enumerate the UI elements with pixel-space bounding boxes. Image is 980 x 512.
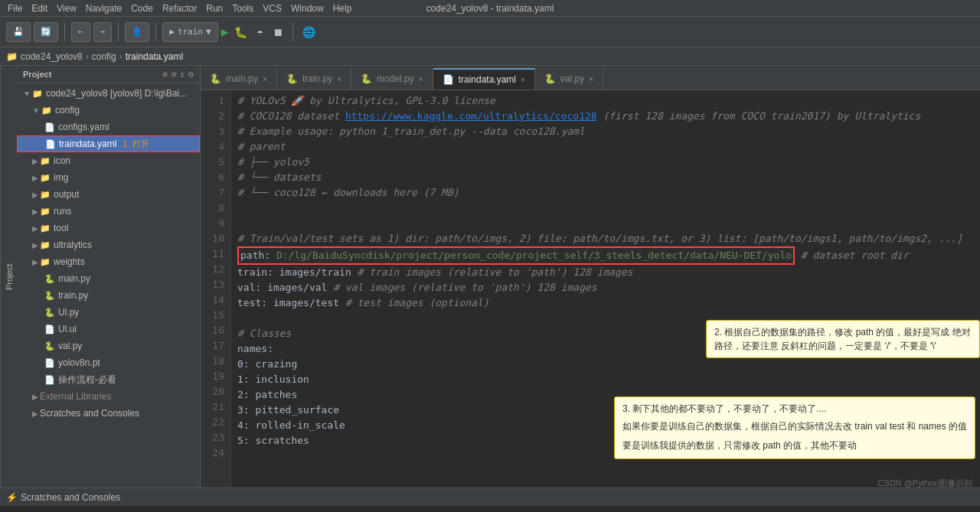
tab-traindata-yaml-close[interactable]: × <box>521 76 525 84</box>
tree-external-libraries[interactable]: ▶ External Libraries <box>17 388 200 405</box>
menu-file[interactable]: File <box>3 3 27 14</box>
tab-model-py-label: model.py <box>377 73 414 84</box>
menu-refactor[interactable]: Refactor <box>158 3 201 14</box>
tree-icon-folder[interactable]: ▶ 📁 icon <box>17 152 200 169</box>
menu-view[interactable]: View <box>52 3 81 14</box>
tree-traindata-yaml[interactable]: 📄 traindata.yaml 1. 打开 <box>17 135 200 152</box>
tab-train-py[interactable]: 🐍 train.py × <box>277 68 351 90</box>
weights-folder-icon: 📁 <box>40 257 51 267</box>
tab-model-py[interactable]: 🐍 model.py × <box>351 68 433 90</box>
runs-arrow: ▶ <box>32 207 38 216</box>
ultralytics-folder-icon: 📁 <box>40 240 51 250</box>
tree-main-py[interactable]: 🐍 main.py <box>17 270 200 287</box>
tree-val-py[interactable]: 🐍 val.py <box>17 338 200 354</box>
breadcrumb-project[interactable]: code24_yolov8 <box>21 51 83 62</box>
scratches-and-consoles-icon: ⚡ <box>6 492 18 503</box>
code-line-19: 1: inclusion <box>237 372 974 387</box>
code-line-18: 0: crazing <box>237 357 974 372</box>
menu-vcs[interactable]: VCS <box>258 3 286 14</box>
sync-button[interactable]: 🔄 <box>34 22 58 42</box>
tab-val-py[interactable]: 🐍 val.py × <box>535 68 603 90</box>
breadcrumb-file: traindata.yaml <box>126 51 183 62</box>
tree-scratches[interactable]: ▶ Scratches and Consoles <box>17 405 200 422</box>
tree-ultralytics-folder[interactable]: ▶ 📁 ultralytics <box>17 236 200 253</box>
code-line-3: # Example usage: python 1_train_det.py -… <box>237 124 974 139</box>
tree-instructions[interactable]: 📄 操作流程-必看 <box>17 371 200 388</box>
scratches-and-consoles-label[interactable]: Scratches and Consoles <box>21 492 120 503</box>
add-icon[interactable]: ⊕ <box>162 69 168 80</box>
run-config-select[interactable]: ▶ train ▼ <box>162 22 217 42</box>
breadcrumb-config[interactable]: config <box>92 51 116 62</box>
toolbar: 💾 🔄 ← → 👤 ▶ train ▼ ▶ 🐛 ☂ ⏹ 🌐 <box>0 17 980 47</box>
settings-icon[interactable]: ⚙ <box>188 69 194 80</box>
tree-img-folder[interactable]: ▶ 📁 img <box>17 169 200 186</box>
configs-yaml-icon: 📄 <box>44 122 55 132</box>
toolbar-separator-3 <box>155 23 156 41</box>
tree-train-py[interactable]: 🐍 train.py <box>17 287 200 304</box>
debug-button[interactable]: 🐛 <box>231 24 250 40</box>
project-panel-label[interactable]: Project <box>0 66 17 488</box>
tab-traindata-yaml-label: traindata.yaml <box>459 74 516 85</box>
tree-config-folder[interactable]: ▼ 📁 config <box>17 102 200 119</box>
coverage-button[interactable]: ☂ <box>253 24 266 40</box>
tab-train-py-close[interactable]: × <box>337 75 341 83</box>
menu-edit[interactable]: Edit <box>27 3 52 14</box>
tree-output-folder[interactable]: ▶ 📁 output <box>17 186 200 203</box>
sort-icon[interactable]: ↕ <box>180 69 185 80</box>
list-icon[interactable]: ≡ <box>171 69 176 80</box>
tree-yolov8n-pt-label: yolov8n.pt <box>58 357 100 368</box>
tab-val-py-icon: 🐍 <box>544 73 556 84</box>
tree-external-label: External Libraries <box>40 391 111 402</box>
tab-main-py-close[interactable]: × <box>263 75 267 83</box>
forward-button[interactable]: → <box>93 22 113 42</box>
tab-main-py[interactable]: 🐍 main.py × <box>201 68 277 90</box>
code-line-10: # Train/val/test sets as 1) dir: path/to… <box>237 231 974 246</box>
config-folder-icon: 📁 <box>41 106 52 116</box>
runs-folder-icon: 📁 <box>40 207 51 217</box>
tree-ul-ui[interactable]: 📄 Ul.ui <box>17 321 200 338</box>
ul-ui-icon: 📄 <box>44 324 55 334</box>
code-line-12: train: images/train # train images (rela… <box>237 265 974 280</box>
tree-yolov8n-pt[interactable]: 📄 yolov8n.pt <box>17 354 200 371</box>
tree-runs-folder[interactable]: ▶ 📁 runs <box>17 203 200 220</box>
img-arrow: ▶ <box>32 174 38 182</box>
menu-run[interactable]: Run <box>201 3 227 14</box>
open-annotation: 1. 打开 <box>122 139 149 150</box>
user-button[interactable]: 👤 <box>125 22 149 42</box>
root-folder-icon: 📁 <box>32 89 43 99</box>
run-config-label: train <box>178 27 203 37</box>
project-panel: Project ⊕ ≡ ↕ ⚙ ▼ 📁 code24_yolov8 [yolov… <box>17 66 201 488</box>
stop-button[interactable]: ⏹ <box>270 24 286 40</box>
code-line-6: # └── datasets <box>237 170 974 185</box>
breadcrumb-root[interactable]: 📁 <box>6 51 18 62</box>
run-button[interactable]: ▶ <box>221 24 229 39</box>
tab-val-py-close[interactable]: × <box>589 75 593 83</box>
info-annotation-text2: 要是训练我提供的数据，只需修改 path 的值，其他不要动 <box>622 439 967 453</box>
save-button[interactable]: 💾 <box>6 22 31 42</box>
tree-weights-folder[interactable]: ▶ 📁 weights <box>17 253 200 270</box>
ext-arrow: ▶ <box>32 393 38 401</box>
keep-annotation-box: 3. 剩下其他的都不要动了，不要动了，不要动了.... 如果你要是训练自己的数据… <box>614 396 975 459</box>
tree-root[interactable]: ▼ 📁 code24_yolov8 [yolov8] D:\lg\Bai... <box>17 85 200 102</box>
icon-arrow: ▶ <box>32 157 38 165</box>
menu-tools[interactable]: Tools <box>227 3 258 14</box>
tab-traindata-yaml[interactable]: 📄 traindata.yaml × <box>433 68 535 90</box>
panel-icons: ⊕ ≡ ↕ ⚙ <box>162 69 194 80</box>
tree-ul-py[interactable]: 🐍 Ul.py <box>17 304 200 321</box>
traindata-yaml-icon: 📄 <box>45 139 56 149</box>
code-line-14: test: images/test # test images (optiona… <box>237 295 974 311</box>
back-button[interactable]: ← <box>71 22 90 42</box>
menu-navigate[interactable]: Navigate <box>81 3 126 14</box>
code-line-11: path: D:/lg/BaiduSyncdisk/project/person… <box>237 246 974 265</box>
tree-root-label: code24_yolov8 [yolov8] D:\lg\Bai... <box>46 88 187 99</box>
tree-configs-yaml[interactable]: 📄 configs.yaml <box>17 119 200 135</box>
menu-code[interactable]: Code <box>126 3 158 14</box>
tab-model-py-close[interactable]: × <box>419 75 423 83</box>
tree-tool-folder[interactable]: ▶ 📁 tool <box>17 220 200 236</box>
code-line-8 <box>237 201 974 216</box>
menu-window[interactable]: Window <box>286 3 328 14</box>
translate-button[interactable]: 🌐 <box>299 24 318 40</box>
tree-train-py-label: train.py <box>58 290 88 301</box>
menu-help[interactable]: Help <box>328 3 357 14</box>
editor-area: 🐍 main.py × 🐍 train.py × 🐍 model.py × 📄 … <box>201 66 980 488</box>
